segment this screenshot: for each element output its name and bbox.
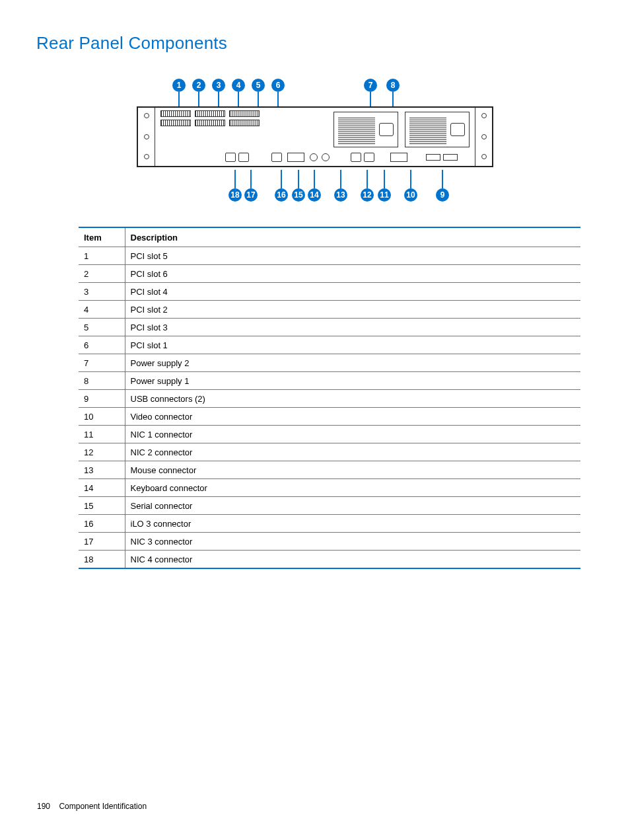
- cell-item: 10: [79, 408, 125, 426]
- cell-item: 6: [79, 336, 125, 354]
- section-title: Component Identification: [59, 802, 147, 811]
- callout-10: 10: [404, 188, 417, 202]
- cell-description: Power supply 2: [125, 354, 580, 372]
- callout-14: 14: [308, 188, 321, 202]
- cell-item: 12: [79, 443, 125, 461]
- callout-8: 8: [386, 79, 400, 92]
- callout-11: 11: [378, 188, 391, 202]
- cell-item: 15: [79, 497, 125, 515]
- table-row: 16iLO 3 connector: [79, 515, 580, 533]
- table-row: 10Video connector: [79, 408, 580, 426]
- cell-description: NIC 3 connector: [125, 533, 580, 551]
- cell-item: 2: [79, 265, 125, 283]
- cell-item: 16: [79, 515, 125, 533]
- table-row: 18NIC 4 connector: [79, 551, 580, 569]
- table-row: 2PCI slot 6: [79, 265, 580, 283]
- table-row: 6PCI slot 1: [79, 336, 580, 354]
- cell-item: 7: [79, 354, 125, 372]
- cell-description: NIC 2 connector: [125, 443, 580, 461]
- rear-panel-diagram: 1 2 3 4 5 6 7 8: [36, 79, 594, 202]
- cell-item: 9: [79, 390, 125, 408]
- col-description: Description: [125, 227, 580, 247]
- callout-18: 18: [228, 188, 242, 202]
- callout-row-top: 1 2 3 4 5 6 7 8: [137, 79, 493, 106]
- table-row: 15Serial connector: [79, 497, 580, 515]
- page-footer: 190 Component Identification: [37, 802, 147, 811]
- table-row: 1PCI slot 5: [79, 247, 580, 265]
- table-row: 3PCI slot 4: [79, 283, 580, 301]
- cell-item: 14: [79, 479, 125, 497]
- table-row: 13Mouse connector: [79, 461, 580, 479]
- cell-item: 4: [79, 301, 125, 319]
- cell-description: Mouse connector: [125, 461, 580, 479]
- cell-description: PCI slot 6: [125, 265, 580, 283]
- callout-row-bottom: 18 17 16 15 14 13 12 11 10 9: [137, 170, 493, 202]
- callout-9: 9: [436, 188, 449, 202]
- table-row: 14Keyboard connector: [79, 479, 580, 497]
- callout-17: 17: [244, 188, 258, 202]
- cell-description: USB connectors (2): [125, 390, 580, 408]
- callout-4: 4: [232, 79, 245, 92]
- callout-15: 15: [292, 188, 305, 202]
- cell-description: iLO 3 connector: [125, 515, 580, 533]
- callout-12: 12: [361, 188, 374, 202]
- table-row: 17NIC 3 connector: [79, 533, 580, 551]
- table-row: 4PCI slot 2: [79, 301, 580, 319]
- table-row: 9USB connectors (2): [79, 390, 580, 408]
- cell-description: PCI slot 4: [125, 283, 580, 301]
- cell-description: PCI slot 1: [125, 336, 580, 354]
- cell-item: 8: [79, 372, 125, 390]
- rear-panel-illustration: [137, 106, 493, 167]
- cell-item: 17: [79, 533, 125, 551]
- cell-item: 5: [79, 319, 125, 336]
- table-row: 8Power supply 1: [79, 372, 580, 390]
- table-row: 7Power supply 2: [79, 354, 580, 372]
- cell-description: Serial connector: [125, 497, 580, 515]
- cell-description: Video connector: [125, 408, 580, 426]
- callout-3: 3: [212, 79, 225, 92]
- callout-5: 5: [252, 79, 265, 92]
- page-number: 190: [37, 802, 50, 811]
- callout-16: 16: [275, 188, 288, 202]
- table-header-row: Item Description: [79, 227, 580, 247]
- callout-2: 2: [192, 79, 205, 92]
- cell-item: 1: [79, 247, 125, 265]
- col-item: Item: [79, 227, 125, 247]
- cell-description: NIC 1 connector: [125, 426, 580, 443]
- cell-description: PCI slot 5: [125, 247, 580, 265]
- page-title: Rear Panel Components: [36, 33, 594, 54]
- component-table: Item Description 1PCI slot 52PCI slot 63…: [79, 227, 580, 569]
- cell-item: 18: [79, 551, 125, 569]
- callout-6: 6: [271, 79, 285, 92]
- table-row: 5PCI slot 3: [79, 319, 580, 336]
- cell-item: 3: [79, 283, 125, 301]
- callout-13: 13: [334, 188, 347, 202]
- cell-description: NIC 4 connector: [125, 551, 580, 569]
- table-row: 12NIC 2 connector: [79, 443, 580, 461]
- cell-item: 11: [79, 426, 125, 443]
- cell-description: Keyboard connector: [125, 479, 580, 497]
- callout-7: 7: [364, 79, 377, 92]
- table-row: 11NIC 1 connector: [79, 426, 580, 443]
- cell-description: Power supply 1: [125, 372, 580, 390]
- cell-item: 13: [79, 461, 125, 479]
- cell-description: PCI slot 3: [125, 319, 580, 336]
- cell-description: PCI slot 2: [125, 301, 580, 319]
- callout-1: 1: [172, 79, 186, 92]
